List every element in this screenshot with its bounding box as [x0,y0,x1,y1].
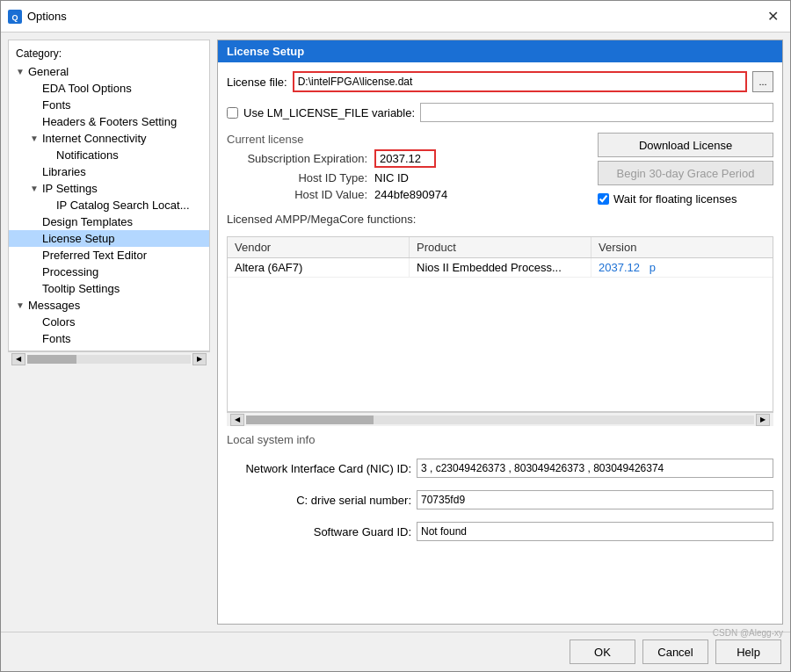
table-hscrollbar[interactable]: ◀ ▶ [227,412,773,426]
cdrive-value: 70735fd9 [417,490,773,509]
dialog-footer: OK Cancel Help [1,632,790,671]
host-id-value-row: Host ID Value: 244bfe890974 [227,188,591,201]
table-scroll-track[interactable] [246,415,754,424]
sidebar-item-ip-settings[interactable]: ▼ IP Settings [9,180,209,197]
wait-floating-row: Wait for floating licenses [598,192,773,206]
sidebar-item-messages[interactable]: ▼ Messages [9,297,209,314]
app-icon: Q [8,10,22,24]
sidebar-item-label-fonts2: Fonts [42,332,71,345]
grace-period-button[interactable]: Begin 30-day Grace Period [598,161,773,185]
scroll-track[interactable] [27,355,191,364]
table-header: Vendor Product Version [228,237,773,258]
sidebar-item-tooltip-settings[interactable]: Tooltip Settings [9,280,209,297]
lm-label: Use LM_LICENSE_FILE variable: [243,106,415,119]
current-license-left: Current license Subscription Expiration:… [227,133,591,205]
subscription-value: 2037.12 [374,149,436,168]
sidebar-item-label-design: Design Templates [42,215,133,228]
section-header: License Setup [218,40,782,62]
ok-button[interactable]: OK [570,639,635,664]
sidebar-item-design-templates[interactable]: Design Templates [9,213,209,230]
cancel-button[interactable]: Cancel [642,639,708,664]
nic-value: 3 , c23049426373 , 803049426373 , 803049… [417,459,773,478]
table-scroll-left[interactable]: ◀ [230,414,244,426]
software-guard-row: Software Guard ID: Not found [227,522,773,541]
host-id-type-label: Host ID Type: [227,171,367,184]
sidebar-item-processing[interactable]: Processing [9,264,209,280]
svg-text:Q: Q [11,13,18,22]
current-license-label: Current license [227,133,591,146]
license-file-row: License file: ... [227,71,773,92]
watermark: CSDN @Alegg-xy [713,628,783,638]
sidebar-item-label-internet: Internet Connectivity [42,132,147,145]
right-panel: License Setup License file: ... Use LM_L… [217,40,783,625]
table-scroll-right[interactable]: ▶ [756,414,770,426]
help-button[interactable]: Help [715,639,781,664]
subscription-label: Subscription Expiration: [227,152,367,165]
sidebar-item-label-processing: Processing [42,265,98,278]
col-product: Product [410,237,591,257]
sidebar-item-label-license: License Setup [42,232,114,245]
sidebar-item-libraries[interactable]: Libraries [9,163,209,180]
browse-button[interactable]: ... [752,71,773,92]
sidebar-item-eda-tool-options[interactable]: EDA Tool Options [9,80,209,97]
sidebar-item-label-tooltip: Tooltip Settings [42,282,120,295]
license-file-label: License file: [227,76,287,89]
sidebar-item-fonts2[interactable]: Fonts [9,330,209,347]
lm-input[interactable] [420,103,773,122]
sidebar-item-label-general: General [28,65,69,78]
sidebar-item-preferred-text-editor[interactable]: Preferred Text Editor [9,247,209,264]
scroll-left-arrow[interactable]: ◀ [11,353,25,365]
sidebar-item-label-colors: Colors [42,315,76,329]
licensed-label: Licensed AMPP/MegaCore functions: [227,213,773,226]
host-id-type-row: Host ID Type: NIC ID [227,171,591,184]
dialog-title: Options [27,10,762,23]
col-vendor: Vendor [228,237,410,257]
section-content: License file: ... Use LM_LICENSE_FILE va… [218,62,782,624]
sidebar-item-fonts[interactable]: Fonts [9,97,209,113]
download-license-button[interactable]: Download License [598,133,773,157]
sidebar-item-label-eda: EDA Tool Options [42,82,132,95]
title-bar: Q Options ✕ [1,1,790,33]
sidebar-item-headers-footers[interactable]: Headers & Footers Setting [9,113,209,130]
options-dialog: Q Options ✕ Category: ▼ General EDA Tool… [0,0,791,672]
license-file-input[interactable] [293,71,747,92]
sidebar-item-label-messages: Messages [28,299,80,312]
host-id-value: 244bfe890974 [374,188,447,201]
sidebar-item-label-ip-catalog: IP Catalog Search Locat... [56,199,190,212]
sidebar-item-internet-connectivity[interactable]: ▼ Internet Connectivity [9,130,209,147]
nic-label: Network Interface Card (NIC) ID: [227,462,411,475]
sidebar-item-ip-catalog[interactable]: IP Catalog Search Locat... [9,197,209,213]
host-id-value-label: Host ID Value: [227,188,367,201]
cell-version: 2037.12 p [591,258,773,277]
sidebar-item-label-notifications: Notifications [56,148,119,162]
table-row[interactable]: Altera (6AF7) Nios II Embedded Process..… [228,258,773,278]
current-license-container: Current license Subscription Expiration:… [227,133,773,206]
nic-row: Network Interface Card (NIC) ID: 3 , c23… [227,459,773,478]
sidebar-item-label-text-editor: Preferred Text Editor [42,249,147,262]
sidebar-item-label-headers: Headers & Footers Setting [42,115,177,128]
expand-icon-internet: ▼ [30,134,39,143]
category-label: Category: [9,44,209,63]
close-button[interactable]: ✕ [762,6,783,27]
expand-icon-ip: ▼ [30,184,39,193]
sidebar-item-general[interactable]: ▼ General [9,63,209,80]
wait-floating-label: Wait for floating licenses [613,192,737,206]
sidebar-item-label-libraries: Libraries [42,165,86,178]
sidebar-item-label-ip-settings: IP Settings [42,182,98,195]
lm-checkbox[interactable] [227,107,238,119]
local-sys-label: Local system info [227,433,773,446]
category-tree: Category: ▼ General EDA Tool Options Fon… [8,40,210,351]
software-guard-label: Software Guard ID: [227,525,411,538]
scroll-right-arrow[interactable]: ▶ [192,353,207,365]
sidebar-item-colors[interactable]: Colors [9,314,209,330]
wait-floating-checkbox[interactable] [598,193,609,205]
current-license-right: Download License Begin 30-day Grace Peri… [598,133,773,206]
scroll-thumb [27,355,76,364]
host-id-type-value: NIC ID [374,171,409,184]
table-scroll-thumb [246,415,374,424]
lm-checkbox-row: Use LM_LICENSE_FILE variable: [227,103,773,122]
software-guard-value: Not found [417,522,773,541]
left-panel-scrollbar[interactable]: ◀ ▶ [8,351,210,365]
sidebar-item-notifications[interactable]: Notifications [9,147,209,163]
sidebar-item-license-setup[interactable]: License Setup [9,230,209,247]
